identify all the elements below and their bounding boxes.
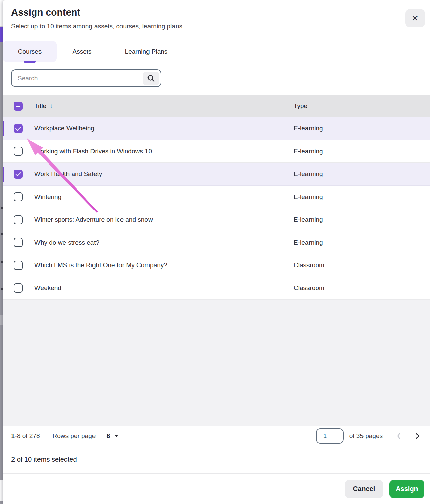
row-checkbox[interactable] [14,283,23,293]
search-section [3,62,430,95]
prev-page-button[interactable] [395,431,402,441]
pagination-bar: 1-8 of 278 Rows per page 8 of 35 pages [3,426,430,446]
close-icon: ✕ [412,14,418,23]
rows-per-page-value[interactable]: 8 [106,432,110,440]
row-title: Work Health and Safety [34,170,102,178]
table-row[interactable]: Work Health and Safety E-learning [3,163,430,186]
page-title: Assign content [11,7,430,18]
row-type: E-learning [294,125,323,132]
row-title: Working with Flash Drives in Windows 10 [34,148,152,155]
row-type: Classroom [294,284,324,292]
tab-learning-plans[interactable]: Learning Plans [107,41,185,62]
row-type: E-learning [294,193,323,201]
row-title: Which LMS is the Right One for My Compan… [34,261,167,269]
table-row[interactable]: Workplace Wellbeing E-learning [3,117,430,140]
row-checkbox[interactable] [14,215,23,224]
chevron-down-icon[interactable] [114,435,118,437]
background-element-fragment [0,315,3,325]
modal-subtitle: Select up to 10 items among assets, cour… [11,23,430,30]
next-page-button[interactable] [414,431,421,441]
selection-status: 2 of 10 items selected [3,446,430,474]
modal-header: Assign content Select up to 10 items amo… [3,0,430,40]
background-element-fragment [0,501,3,504]
chevron-right-icon [415,433,420,439]
table-row[interactable]: Which LMS is the Right One for My Compan… [3,254,430,277]
empty-table-area [3,300,430,426]
pagination-divider [46,430,46,443]
search-icon [147,75,155,82]
page-number-input[interactable] [316,428,344,444]
table-row[interactable]: Winter sports: Adventure on ice and snow… [3,208,430,231]
row-type: E-learning [294,239,323,246]
table-row[interactable]: Why do we stress eat? E-learning [3,231,430,254]
assign-content-modal: Assign content Select up to 10 items amo… [3,0,430,504]
table-header: Title ↓ Type [3,95,430,117]
row-title: Wintering [34,193,61,201]
row-title: Workplace Wellbeing [34,125,95,132]
row-type: E-learning [294,170,323,178]
modal-footer: Cancel Assign [3,474,430,504]
tab-bar: Courses Assets Learning Plans [3,40,430,62]
row-type: Classroom [294,261,324,269]
tab-learning-plans-label: Learning Plans [125,48,168,55]
table-row[interactable]: Wintering E-learning [3,186,430,209]
column-header-type: Type [294,102,307,110]
selection-status-text: 2 of 10 items selected [11,456,77,463]
background-purple-highlight [0,27,3,42]
row-title: Weekend [34,284,61,292]
row-checkbox[interactable] [14,170,23,179]
select-all-checkbox[interactable] [14,102,23,111]
table-body: Workplace Wellbeing E-learning Working w… [3,117,430,300]
row-type: E-learning [294,216,323,223]
rows-per-page-label: Rows per page [53,432,96,440]
background-page-sliver [0,0,3,504]
row-title: Winter sports: Adventure on ice and snow [34,216,153,223]
chevron-left-icon [396,433,401,439]
close-button[interactable]: ✕ [405,9,425,27]
assign-button[interactable]: Assign [389,480,424,498]
search-box [11,69,161,87]
row-checkbox[interactable] [14,192,23,201]
row-checkbox[interactable] [14,124,23,133]
row-checkbox[interactable] [14,238,23,247]
row-checkbox[interactable] [14,147,23,156]
row-title: Why do we stress eat? [34,239,99,246]
tab-assets-label: Assets [72,48,91,55]
tab-assets[interactable]: Assets [57,41,107,62]
row-checkbox[interactable] [14,261,23,270]
tab-courses-label: Courses [18,48,42,55]
tab-courses[interactable]: Courses [3,41,57,62]
table-row[interactable]: Weekend Classroom [3,277,430,300]
pages-total-label: of 35 pages [349,432,383,440]
table-row[interactable]: Working with Flash Drives in Windows 10 … [3,140,430,163]
search-input[interactable] [12,70,161,86]
cancel-button[interactable]: Cancel [345,480,383,498]
pagination-range: 1-8 of 278 [11,432,40,440]
search-button[interactable] [143,72,159,85]
row-type: E-learning [294,148,323,155]
sort-descending-icon[interactable]: ↓ [50,103,53,109]
pagination-right: of 35 pages [316,428,421,444]
column-header-title[interactable]: Title [34,102,46,110]
